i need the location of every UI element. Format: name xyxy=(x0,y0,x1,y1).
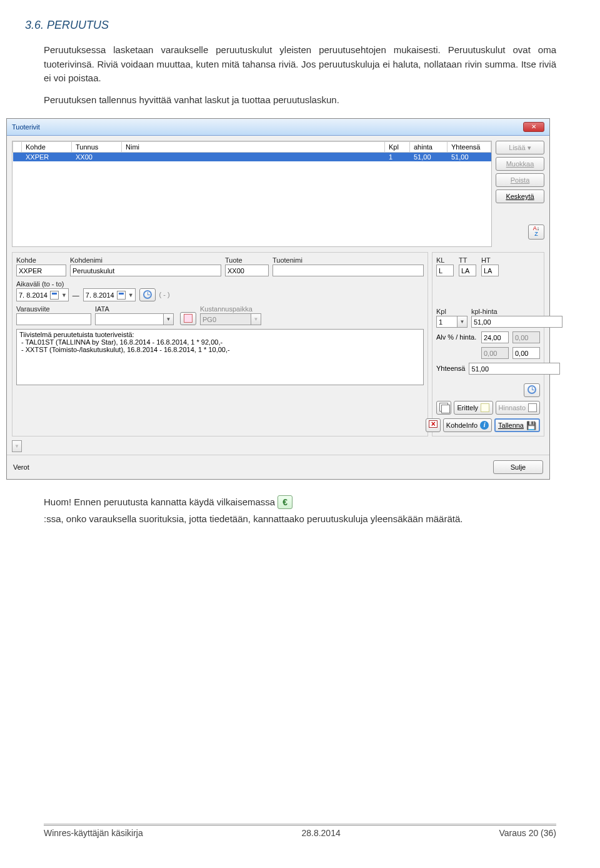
clock-icon xyxy=(528,385,536,394)
chevron-down-icon: ▼ xyxy=(12,440,22,452)
note-text-after: :ssa, onko varauksella suorituksia, jott… xyxy=(44,512,462,527)
sort-az-button[interactable]: A↓Z xyxy=(528,225,544,240)
label-alv: Alv % / hinta. xyxy=(436,333,478,342)
calendar-icon xyxy=(50,291,59,300)
lookup-button[interactable] xyxy=(180,312,196,325)
label-tuote: Tuote xyxy=(225,256,269,264)
chevron-down-icon[interactable]: ▼ xyxy=(164,313,174,325)
zero2-input[interactable] xyxy=(512,347,540,359)
kohdeinfo-button[interactable]: KohdeInfo i xyxy=(443,418,492,432)
time-range-label: ( - ) xyxy=(159,291,170,300)
footer-right: Varaus 20 (36) xyxy=(499,828,556,838)
label-tt: TT xyxy=(459,256,478,264)
window-title: Tuoterivit xyxy=(12,123,40,131)
kl-input[interactable] xyxy=(436,265,454,276)
hinnasto-button[interactable]: Hinnasto xyxy=(496,401,540,415)
kustannus-combo xyxy=(200,313,251,325)
paragraph-2: Peruutuksen tallennus hyvittää vanhat la… xyxy=(44,93,556,108)
kplhinta-input[interactable] xyxy=(471,316,562,328)
label-ht: HT xyxy=(481,256,500,264)
tuote-input[interactable] xyxy=(225,265,269,276)
delete-button[interactable]: Poista xyxy=(496,173,544,187)
copy-icon xyxy=(439,403,448,411)
summary-textarea[interactable] xyxy=(16,329,424,385)
window-titlebar: Tuoterivit ✕ xyxy=(7,119,549,136)
app-window: Tuoterivit ✕ Kohde Tunnus Nimi Kpl ahint… xyxy=(6,118,550,480)
cell-tunnus: XX00 xyxy=(72,153,122,162)
iata-combo[interactable] xyxy=(95,313,164,325)
note-text-before: Huom! Ennen peruutusta kannatta käydä vi… xyxy=(44,495,275,510)
tt-input[interactable] xyxy=(459,265,476,276)
label-aikavali: Aikaväli (to - to) xyxy=(16,280,170,288)
copy-button[interactable] xyxy=(436,401,451,415)
date-sep: — xyxy=(72,291,79,299)
cell-kpl: 1 xyxy=(385,153,410,162)
sulje-button[interactable]: Sulje xyxy=(493,460,543,474)
col-tunnus[interactable]: Tunnus xyxy=(72,142,122,153)
delete-row-icon xyxy=(429,420,438,428)
window-close-button[interactable]: ✕ xyxy=(523,122,544,132)
add-button[interactable]: Lisää ▾ xyxy=(496,141,544,154)
zero1-input xyxy=(481,347,509,359)
col-nimi[interactable]: Nimi xyxy=(122,142,385,153)
lookup-icon xyxy=(184,314,192,323)
edit-button[interactable]: Muokkaa xyxy=(496,157,544,171)
delete-row-button[interactable] xyxy=(426,418,441,432)
yhteensa-input[interactable] xyxy=(469,363,560,375)
label-kplhinta: kpl-hinta xyxy=(471,308,562,315)
label-tuotenimi: Tuotenimi xyxy=(272,256,424,264)
euro-icon: € xyxy=(278,495,292,509)
verot-label: Verot xyxy=(13,463,29,471)
cell-nimi xyxy=(122,153,385,162)
footer-left: Winres-käyttäjän käsikirja xyxy=(44,828,143,838)
footer-rule xyxy=(44,824,556,824)
cell-kohde: XXPER xyxy=(22,153,72,162)
label-kpl: Kpl xyxy=(436,308,468,315)
col-kohde[interactable]: Kohde xyxy=(22,142,72,153)
clock-button[interactable] xyxy=(524,383,540,397)
date-to-picker[interactable]: 7. 8.2014 ▼ xyxy=(83,288,136,301)
cancel-button[interactable]: Keskeytä xyxy=(496,189,544,203)
label-kl: KL xyxy=(436,256,455,264)
cell-ahinta: 51,00 xyxy=(410,153,448,162)
table-row[interactable]: XXPER XX00 1 51,00 51,00 xyxy=(13,153,491,162)
footer-center: 28.8.2014 xyxy=(301,828,340,838)
col-kpl[interactable]: Kpl xyxy=(385,142,410,153)
product-rows-grid[interactable]: Kohde Tunnus Nimi Kpl ahinta Yhteensä XX… xyxy=(12,141,492,247)
label-kohde: Kohde xyxy=(16,256,66,264)
kohdenimi-input[interactable] xyxy=(70,265,221,276)
chevron-down-icon[interactable]: ▼ xyxy=(458,316,468,328)
save-icon: 💾 xyxy=(526,420,536,431)
erittely-button[interactable]: Erittely xyxy=(454,401,493,415)
kohde-input[interactable] xyxy=(16,265,66,276)
tallenna-button[interactable]: Tallenna 💾 xyxy=(494,418,540,432)
time-button[interactable] xyxy=(139,288,156,301)
label-yhteensa: Yhteensä xyxy=(436,365,465,373)
clock-icon xyxy=(143,290,152,299)
ht-input[interactable] xyxy=(481,265,499,276)
calendar-icon xyxy=(117,291,126,300)
kpl-combo[interactable] xyxy=(436,316,458,328)
col-yhteensa[interactable]: Yhteensä xyxy=(448,142,491,153)
label-iata: IATA xyxy=(95,305,176,313)
alvval-input xyxy=(512,331,540,343)
section-heading: 3.6. PERUUTUS xyxy=(25,19,556,32)
cell-yht: 51,00 xyxy=(448,153,491,162)
alvpct-input[interactable] xyxy=(481,331,509,343)
col-ahinta[interactable]: ahinta xyxy=(410,142,448,153)
tuotenimi-input[interactable] xyxy=(272,265,424,276)
spec-icon xyxy=(481,403,489,412)
varausviite-input[interactable] xyxy=(16,313,91,325)
date-from-picker[interactable]: 7. 8.2014 ▼ xyxy=(16,288,69,301)
info-icon: i xyxy=(480,421,489,430)
label-kohdenimi: Kohdenimi xyxy=(70,256,221,264)
chevron-down-icon: ▼ xyxy=(251,313,261,325)
calendar-icon xyxy=(528,403,537,412)
paragraph-1: Peruutuksessa lasketaan varaukselle peru… xyxy=(44,43,556,86)
label-varausviite: Varausviite xyxy=(16,305,91,313)
label-kustannus: Kustannuspaikka xyxy=(200,305,262,313)
